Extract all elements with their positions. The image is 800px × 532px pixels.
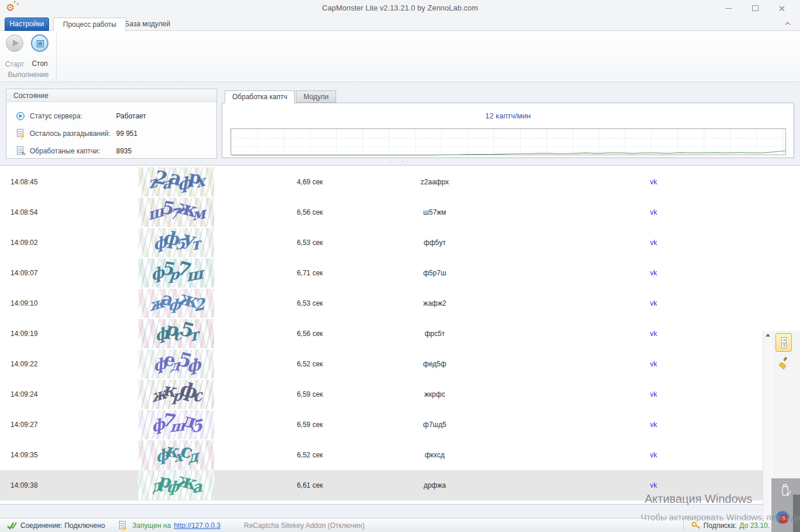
row-duration: 6,52 сек <box>214 360 406 368</box>
stop-icon <box>31 34 48 52</box>
collapse-ribbon-icon[interactable] <box>785 22 792 26</box>
row-source-link[interactable]: vk <box>650 421 657 429</box>
tray-flyout-overlay: 3 <box>771 478 800 532</box>
row-answer: фрс5т <box>406 330 464 338</box>
tab-settings[interactable]: Настройки <box>5 18 49 31</box>
server-status-value: Работает <box>116 112 146 120</box>
captcha-image: фрс5т <box>138 319 214 348</box>
row-source-link[interactable]: vk <box>650 208 657 216</box>
row-source-link[interactable]: vk <box>650 299 657 307</box>
close-button[interactable]: ✕ <box>768 0 795 16</box>
row-time: 14:09:24 <box>0 390 138 398</box>
captcha-table: 14:08:45z2aафрх4,69 секz2aафрхvk14:08:54… <box>0 165 800 505</box>
captcha-image: ш57жм <box>138 198 214 227</box>
row-source-link[interactable]: vk <box>650 451 657 459</box>
captcha-image: ф7шд5 <box>138 410 214 439</box>
recaptcha-addon-status: ReCaptcha Sitekey Addon (Отключен) <box>244 522 365 530</box>
minimize-icon <box>725 8 732 9</box>
table-row[interactable]: 14:09:24жкрфс6,59 секжкрфсvk <box>0 379 763 410</box>
row-source-link[interactable]: vk <box>650 239 657 247</box>
row-time: 14:09:10 <box>0 299 138 307</box>
tab-process[interactable]: Процесс работы <box>53 18 126 32</box>
table-row[interactable]: 14:08:45z2aафрх4,69 секz2aафрхvk <box>0 167 763 197</box>
row-time: 14:09:35 <box>0 451 138 459</box>
row-duration: 6,56 сек <box>214 208 406 216</box>
row-time: 14:09:02 <box>0 239 138 247</box>
row-answer: жкрфс <box>406 390 464 398</box>
minimize-button[interactable] <box>715 0 742 16</box>
processed-row: ✎ Обработаные каптчи: 8935 <box>16 146 132 156</box>
row-duration: 4,69 сек <box>214 178 406 186</box>
play-circle-icon <box>16 111 25 121</box>
usb-drive-icon <box>780 483 791 498</box>
capmonster-window: ⚙✦✦ CapMonster Lite v2.13.21.0 by ZennoL… <box>0 0 800 532</box>
captcha-image: жкрфс <box>138 380 214 409</box>
server-status-row: Статус сервера: Работает <box>16 111 146 121</box>
table-row[interactable]: 14:09:19фрс5т6,56 секфрс5тvk <box>0 318 763 349</box>
captcha-image: фед5ф <box>138 349 214 379</box>
windows-activation-watermark-line2: Чтобы активировать Windows, перейди <box>641 512 800 522</box>
captcha-image: жафж2 <box>138 289 214 318</box>
execution-group-label: Выполнение <box>0 71 57 79</box>
table-row[interactable]: 14:09:10жафж26,53 секжафж2vk <box>0 288 763 318</box>
server-address: ⚡ Запущен на http://127.0.0.3 <box>118 521 221 530</box>
row-time: 14:09:07 <box>0 269 138 277</box>
row-duration: 6,59 сек <box>214 390 406 398</box>
captcha-image: z2aафрх <box>138 167 214 197</box>
window-title: CapMonster Lite v2.13.21.0 by ZennoLab.c… <box>0 4 800 12</box>
row-time: 14:08:45 <box>0 178 138 186</box>
key-icon <box>691 522 701 530</box>
scroll-up-icon[interactable] <box>763 331 772 340</box>
row-answer: ф7шд5 <box>406 421 464 429</box>
broom-icon <box>777 356 791 370</box>
table-row[interactable]: 14:09:22фед5ф6,52 секфед5фvk <box>0 349 763 379</box>
row-answer: дрфжа <box>406 481 464 489</box>
row-answer: ф5р7ш <box>406 269 464 277</box>
row-duration: 6,61 сек <box>214 481 406 489</box>
table-row[interactable]: 14:09:02фф5ут6,53 секфф5утvk <box>0 228 763 258</box>
row-source-link[interactable]: vk <box>650 481 657 489</box>
tab-captcha-processing[interactable]: Обработка каптч <box>225 90 295 103</box>
remaining-row: ⚡ Осталось разгадываний: 99 951 <box>16 129 138 138</box>
row-source-link[interactable]: vk <box>650 360 657 368</box>
doc-lightning-icon: ⚡ <box>16 129 25 138</box>
connection-status: Соединение: Подключено <box>7 522 105 530</box>
row-time: 14:09:22 <box>0 360 138 368</box>
row-duration: 6,53 сек <box>214 239 406 247</box>
captcha-image: фкхсд <box>138 440 214 470</box>
rate-label: 12 каптч/мин <box>222 111 794 120</box>
row-source-link[interactable]: vk <box>650 330 657 338</box>
tab-modules[interactable]: Модули <box>296 90 336 103</box>
clear-list-button[interactable] <box>777 356 791 370</box>
execution-group: Старт Стоп Выполнение <box>0 31 57 81</box>
row-answer: фед5ф <box>406 360 464 368</box>
server-url-link[interactable]: http://127.0.0.3 <box>174 522 221 530</box>
close-icon: ✕ <box>778 4 786 13</box>
stop-button[interactable]: Стоп <box>28 34 51 68</box>
table-row[interactable]: 14:08:54ш57жм6,56 секш57жмvk <box>0 197 763 228</box>
row-time: 14:09:27 <box>0 421 138 429</box>
processed-value: 8935 <box>116 147 132 155</box>
maximize-button[interactable] <box>742 0 768 16</box>
row-time: 14:09:38 <box>0 481 138 489</box>
captcha-image: фф5ут <box>138 228 214 257</box>
remaining-value: 99 951 <box>116 130 138 138</box>
row-duration: 6,56 сек <box>214 330 406 338</box>
vertical-scrollbar[interactable] <box>763 331 771 532</box>
splitter-handle[interactable]: · · · · <box>0 159 800 165</box>
start-icon <box>6 34 23 52</box>
row-answer: фкхсд <box>406 451 464 459</box>
table-row[interactable]: 14:09:27ф7шд56,59 секф7шд5vk <box>0 410 763 440</box>
row-source-link[interactable]: vk <box>650 178 657 186</box>
table-row[interactable]: 14:09:07ф5р7ш6,71 секф5р7шvk <box>0 258 763 288</box>
row-answer: z2aафрх <box>406 178 464 186</box>
maximize-icon <box>752 5 759 11</box>
captcha-image: дрфжа <box>138 471 214 500</box>
row-source-link[interactable]: vk <box>650 269 657 277</box>
title-bar: ⚙✦✦ CapMonster Lite v2.13.21.0 by ZennoL… <box>0 0 800 16</box>
row-source-link[interactable]: vk <box>650 390 657 398</box>
state-panel: Состояние Статус сервера: Работает ⚡ Ост… <box>6 89 217 159</box>
table-row[interactable]: 14:09:35фкхсд6,52 секфкхсдvk <box>0 440 763 470</box>
start-button[interactable]: Старт <box>3 34 26 68</box>
autoscroll-toggle-button[interactable] <box>775 333 792 352</box>
